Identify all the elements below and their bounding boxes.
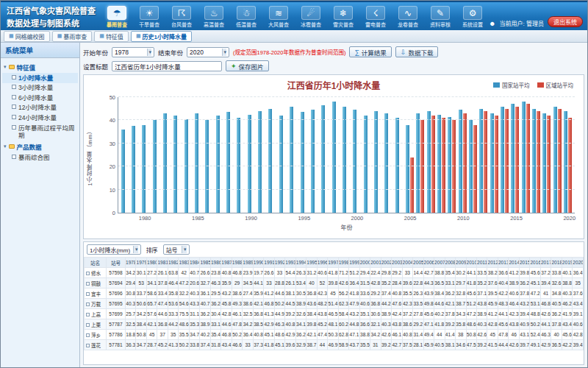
tree-item[interactable]: 24小时降水量 (2, 113, 78, 124)
table-header-cell[interactable]: 2004 (402, 258, 412, 268)
row-checkbox-icon[interactable] (86, 333, 90, 337)
tool-settings[interactable]: ⚙系统设置 (456, 6, 489, 28)
table-header-cell[interactable]: 1979 (136, 258, 146, 268)
tool-rainstorm[interactable]: ☂暴雨普查 (101, 6, 133, 28)
tool-audit[interactable]: ✎资料审核 (424, 6, 456, 28)
table-header-cell[interactable]: 1991 (264, 258, 274, 268)
table-header-cell[interactable]: 2011 (476, 258, 487, 268)
tree-item[interactable]: 12小时降水量 (2, 103, 78, 113)
table-header-cell[interactable]: 1980 (146, 258, 157, 268)
table-header-cell[interactable]: 1999 (349, 258, 359, 268)
save-image-button[interactable]: ✦ 保存图片 (226, 60, 269, 71)
tab-0[interactable]: ▦网格编校图 (4, 31, 50, 42)
table-header-cell[interactable]: 2009 (456, 258, 466, 268)
tool-wind[interactable]: ≋大风普查 (262, 6, 295, 28)
table-header-cell[interactable]: 1978 (126, 258, 136, 268)
tree-item[interactable]: 6小时降水量 (2, 93, 78, 103)
tool-low-temp[interactable]: ☃低温普查 (230, 6, 262, 28)
table-header-cell[interactable]: 1995 (306, 258, 317, 268)
table-header-cell[interactable]: 1989 (243, 258, 253, 268)
tab-2[interactable]: ▦特征值 (94, 31, 129, 42)
table-row-57787[interactable]: 上栗5778732.538.442.136.844.248.635.338.93… (85, 319, 584, 330)
row-checkbox-icon[interactable] (86, 292, 90, 296)
table-header-cell[interactable]: 2019 (562, 258, 572, 268)
table-header-cell[interactable]: 2017 (540, 258, 551, 268)
table-row-57696[interactable]: 宜丰5769630.833.758.633.435.832.240.336.12… (85, 289, 584, 299)
station-id-cell: 57699 (107, 309, 126, 319)
table-header-cell[interactable]: 1992 (274, 258, 284, 268)
table-header-cell[interactable]: 2015 (519, 258, 529, 268)
table-header-cell[interactable]: 1994 (295, 258, 306, 268)
table-header-cell[interactable]: 2018 (551, 258, 562, 268)
row-checkbox-icon[interactable] (86, 272, 90, 275)
table-header-cell[interactable]: 站名 (85, 258, 107, 268)
download-button[interactable]: ⇩ 数据下载 (395, 46, 439, 57)
row-checkbox-icon[interactable] (86, 282, 90, 286)
table-header-cell[interactable]: 1981 (157, 258, 168, 268)
table-header-cell[interactable]: 2013 (498, 258, 508, 268)
table-header-cell[interactable]: 2016 (530, 258, 540, 268)
logout-button[interactable]: 退出系统 (548, 16, 583, 27)
tree-item[interactable]: 1小时降水量 (2, 73, 78, 83)
end-year-select[interactable]: 2020 ▾ (187, 47, 229, 57)
sort-select[interactable]: 站号 ▾ (163, 244, 190, 255)
row-checkbox-icon[interactable] (86, 313, 90, 316)
value-cell: 46.3 (210, 278, 220, 289)
metric-select[interactable]: 1小时降水(mm) ▾ (87, 244, 141, 255)
table-header-cell[interactable]: 2001 (370, 258, 381, 268)
legend-item[interactable]: 区域站平均 (537, 81, 574, 89)
tool-lightning[interactable]: ☇雷电普查 (359, 6, 392, 28)
tab-3[interactable]: ▦历史1小时降水量 (131, 31, 192, 42)
table-header-cell[interactable]: 1998 (338, 258, 348, 268)
table-header-cell[interactable]: 2008 (445, 258, 455, 268)
table-header-cell[interactable]: 2012 (487, 258, 498, 268)
tree-folder[interactable]: ▾产品数据 (2, 141, 78, 152)
table-row-57695[interactable]: 万载5769540.350.665.747.453.654.643.340.73… (85, 299, 584, 309)
tool-high-temp[interactable]: ♨高温普查 (198, 6, 230, 28)
table-row-57598[interactable]: 修水5759834.230.127.226.163.84240.726.623.… (85, 268, 584, 278)
table-header-cell[interactable]: 1983 (179, 258, 189, 268)
chart-title-input[interactable] (112, 61, 222, 71)
table-row-57694[interactable]: 铜鼓5769429.45334.137.846.447.220.632.746.… (85, 278, 584, 289)
table-header-cell[interactable]: 1982 (168, 258, 178, 268)
table-row-57699[interactable]: 上高5769925.734.257.644.633.375.531.136.23… (85, 309, 584, 319)
tool-hail[interactable]: ☄冰雹普查 (295, 6, 327, 28)
table-header-cell[interactable]: 1988 (232, 258, 242, 268)
tool-typhoon[interactable]: ☈台风普查 (165, 6, 198, 28)
table-header-cell[interactable]: 2006 (423, 258, 434, 268)
tree-item[interactable]: 暴雨综合图 (2, 152, 78, 163)
table-header-cell[interactable]: 1984 (189, 258, 199, 268)
table-header-cell[interactable]: 2020 (573, 258, 584, 268)
tool-tornado[interactable]: ∿龙卷普查 (392, 6, 424, 28)
table-header-cell[interactable]: 站号 (107, 258, 126, 268)
tab-1[interactable]: ▦暴雨审查 (52, 31, 93, 42)
table-header-cell[interactable]: 1987 (221, 258, 232, 268)
table-header-cell[interactable]: 1996 (317, 258, 327, 268)
table-header-cell[interactable]: 2010 (466, 258, 476, 268)
start-year-select[interactable]: 1978 ▾ (112, 47, 154, 57)
table-header-cell[interactable]: 2007 (434, 258, 445, 268)
tree-folder[interactable]: ▾特征值 (2, 61, 78, 73)
table-header-cell[interactable]: 2014 (509, 258, 519, 268)
row-checkbox-icon[interactable] (86, 323, 90, 327)
table-header-cell[interactable]: 1997 (328, 258, 338, 268)
table-header-cell[interactable]: 2005 (413, 258, 423, 268)
table-header-cell[interactable]: 2002 (381, 258, 391, 268)
table-header-cell[interactable]: 1990 (253, 258, 263, 268)
table-header-cell[interactable]: 1985 (200, 258, 210, 268)
table-header-cell[interactable]: 2000 (359, 258, 370, 268)
calculate-button[interactable]: ∑ 计算结果 (349, 46, 391, 57)
tree-item[interactable]: 3小时降水量 (2, 83, 78, 93)
table-header-cell[interactable]: 1993 (285, 258, 295, 268)
tree-item[interactable]: 历年暴雨过程平均周期 (2, 123, 78, 141)
table-header-cell[interactable]: 2003 (392, 258, 402, 268)
tree-folder-label: 特征值 (17, 63, 36, 71)
legend-item[interactable]: 国家站平均 (493, 81, 530, 89)
table-row-57786[interactable]: 萍乡5778618.850.845373535.534.740.235.446.… (85, 330, 584, 340)
tool-snow[interactable]: ❄雪灾普查 (327, 6, 359, 28)
tool-drought[interactable]: ☀干旱普查 (133, 6, 165, 28)
row-checkbox-icon[interactable] (86, 302, 90, 306)
row-checkbox-icon[interactable] (86, 344, 90, 347)
table-row-57781[interactable]: 莲花5778136.334.728.745.241.350.233.837.43… (85, 340, 584, 350)
table-header-cell[interactable]: 1986 (210, 258, 220, 268)
